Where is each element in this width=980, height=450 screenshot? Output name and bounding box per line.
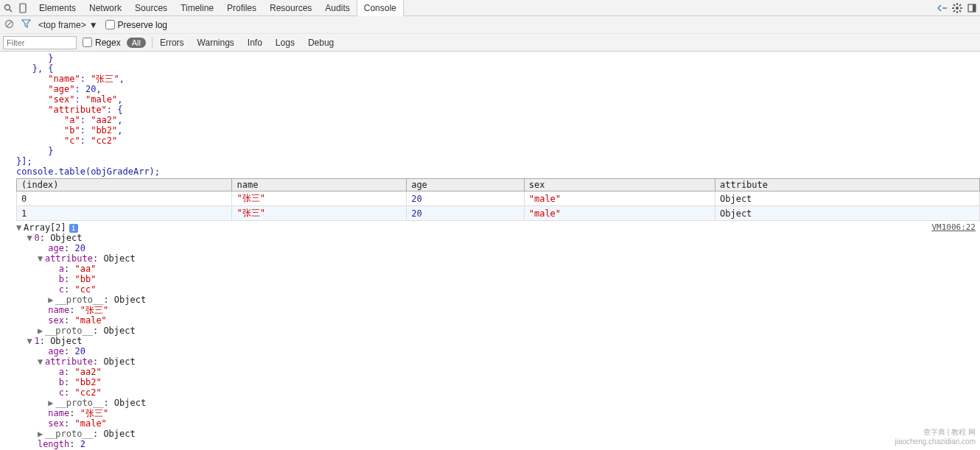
svg-line-12 [959,4,961,6]
tree-key: name [48,408,69,418]
filter-debug[interactable]: Debug [307,38,335,48]
table-cell: "张三" [232,191,407,206]
regex-checkbox[interactable]: Regex [83,38,121,48]
console-table: (index)nameagesexattribute 0"张三"20"male"… [16,178,980,221]
regex-input[interactable] [83,38,92,47]
console-filter-bar: Regex All ErrorsWarningsInfoLogsDebug [0,34,980,52]
tree-val: "bb2" [74,377,101,387]
tree-proto[interactable]: __proto__ [45,326,93,336]
code-prop: "b" [64,125,80,136]
tree-proto[interactable]: __proto__ [55,398,103,408]
device-icon[interactable] [18,3,28,13]
console-sub-toolbar: <top frame> ▼ Preserve log [0,16,980,34]
code-snippet: } }, { "name": "张三", "age": 20, "sex": "… [0,52,980,178]
tab-audits[interactable]: Audits [318,0,356,16]
tree-proto[interactable]: __proto__ [45,429,93,439]
disclosure-triangle[interactable]: ▶ [48,398,55,408]
clear-console-icon[interactable] [4,19,14,31]
console-output: } }, { "name": "张三", "age": 20, "sex": "… [0,52,980,450]
tab-sources[interactable]: Sources [128,0,174,16]
disclosure-triangle[interactable]: ▼ [16,222,24,233]
tree-key: age [48,243,64,253]
code-prop: "a" [64,115,80,125]
filter-errors[interactable]: Errors [158,38,186,48]
tree-proto[interactable]: __proto__ [55,295,103,305]
tab-network[interactable]: Network [83,0,128,16]
table-cell: 1 [17,206,232,221]
settings-icon[interactable] [952,3,962,13]
tree-val: "张三" [80,408,108,418]
tab-resources[interactable]: Resources [263,0,318,16]
preserve-log-label: Preserve log [118,20,167,30]
code-prop: "c" [64,136,80,146]
tree-val: "aa2" [74,367,101,377]
disclosure-triangle[interactable]: ▼ [38,356,45,367]
table-header-row: (index)nameagesexattribute [17,179,980,191]
svg-line-11 [953,10,955,12]
disclosure-triangle[interactable]: ▶ [38,429,45,439]
disclosure-triangle[interactable]: ▶ [48,295,55,305]
drawer-toggle-icon[interactable] [937,3,948,13]
filter-input[interactable] [3,36,77,49]
preserve-log-input[interactable] [105,20,115,29]
table-cell: Object [715,206,979,221]
tree-key: b [59,274,64,284]
filter-links: ErrorsWarningsInfoLogsDebug [158,38,335,48]
code-call: console.table(objGradeArr); [16,166,160,177]
tree-key[interactable]: attribute [45,356,93,367]
tree-root[interactable]: Array[2] [24,222,66,233]
tree-key: sex [48,315,64,326]
svg-rect-2 [20,4,26,13]
tree-key: c [59,387,64,398]
svg-point-4 [956,7,959,10]
object-tree: VM1006:22▼Array[2]i ▼0: Object age: 20 ▼… [0,221,980,450]
code-val: 20 [85,84,96,94]
tree-val: 2 [80,439,85,449]
disclosure-triangle[interactable]: ▶ [38,326,45,336]
table-header[interactable]: sex [524,179,715,191]
tree-preview: Object [114,398,146,408]
table-header[interactable]: (index) [17,179,232,191]
tab-profiles[interactable]: Profiles [220,0,263,16]
code-prop: "attribute" [48,105,106,115]
table-row[interactable]: 1"张三"20"male"Object [17,206,980,221]
tree-key: a [59,264,64,274]
code-line: }]; [16,156,32,166]
table-row[interactable]: 0"张三"20"male"Object [17,191,980,206]
vm-source-link[interactable]: VM1006:22 [931,222,976,233]
disclosure-triangle[interactable]: ▼ [27,336,34,346]
filter-icon[interactable] [21,19,31,30]
preserve-log-checkbox[interactable]: Preserve log [105,20,167,30]
dock-icon[interactable] [967,3,977,13]
all-filter-pill[interactable]: All [127,38,146,48]
devtools-tabs: ElementsNetworkSourcesTimelineProfilesRe… [32,0,933,16]
tree-key[interactable]: 1 [34,336,39,346]
filter-info[interactable]: Info [246,38,264,48]
table-cell: Object [715,191,979,206]
code-prop: "age" [48,84,74,94]
table-header[interactable]: age [407,179,525,191]
table-cell: "male" [524,206,715,221]
frame-selector-label: <top frame> [38,20,86,30]
table-cell: 20 [407,191,525,206]
filter-logs[interactable]: Logs [274,38,296,48]
tab-timeline[interactable]: Timeline [174,0,220,16]
table-body: 0"张三"20"male"Object1"张三"20"male"Object [17,191,980,221]
frame-selector[interactable]: <top frame> ▼ [38,20,98,30]
disclosure-triangle[interactable]: ▼ [38,253,45,264]
code-val: "male" [85,94,117,105]
table-header[interactable]: attribute [715,179,979,191]
code-val: "张三" [91,74,119,84]
tree-key[interactable]: 0 [34,233,39,243]
tree-key[interactable]: attribute [45,253,93,264]
filter-warnings[interactable]: Warnings [196,38,236,48]
table-header[interactable]: name [232,179,407,191]
disclosure-triangle[interactable]: ▼ [27,233,34,243]
tree-key: a [59,367,64,377]
tab-console[interactable]: Console [357,0,404,16]
regex-label: Regex [95,38,121,48]
search-icon[interactable] [3,3,13,13]
info-badge-icon[interactable]: i [69,224,78,233]
tab-elements[interactable]: Elements [32,0,83,16]
tree-val: "cc" [74,284,96,295]
